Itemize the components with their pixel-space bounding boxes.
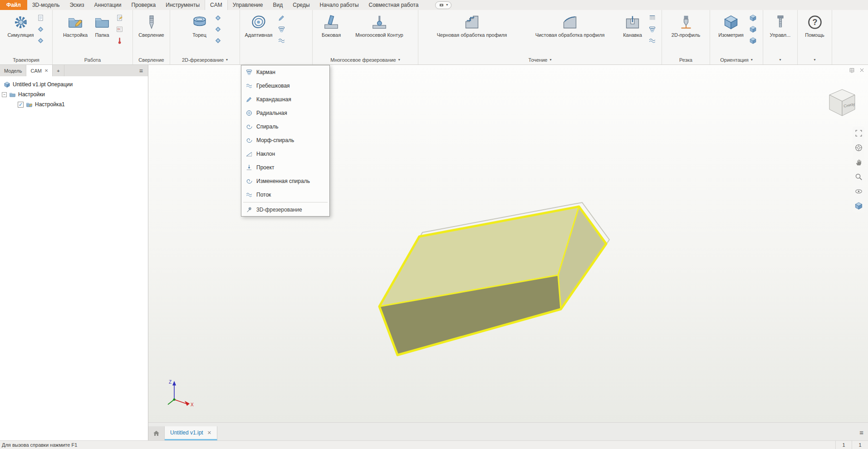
panel-label-manage[interactable]: ▾ [763,55,797,64]
simulate-button[interactable]: Симуляция [6,13,35,39]
screen-capture-button[interactable]: ▾ [435,1,451,9]
nc-program-button[interactable] [114,24,124,34]
panel-label-turning[interactable]: Точение▾ [418,55,662,64]
probe-geometry-button[interactable] [36,35,46,45]
document-tab-active[interactable]: Untitled v1.ipt ✕ [165,426,217,440]
menu-tab-sketch[interactable]: Эскиз [64,0,89,10]
menu-tab-environments[interactable]: Среды [288,0,314,10]
tree-root-node[interactable]: Untitled v1.ipt Операции [0,79,148,89]
panel-label-3d-milling-collapsed[interactable] [240,55,312,64]
panel-label-multiaxis[interactable]: Многоосевое фрезерование▾ [313,55,418,64]
view-cube[interactable]: Снизу [824,86,860,122]
horizontal-milling-button[interactable] [276,24,286,34]
menu-tab-get-started[interactable]: Начало работы [315,0,364,10]
probe-button[interactable] [36,24,46,34]
view-top-button[interactable] [748,13,758,23]
menu-item-morphed-spiral[interactable]: Морф-спираль [241,133,329,147]
tree-settings-node[interactable]: − Настройки [0,89,148,99]
turning-finish-button[interactable]: Чистовая обработка профиля [521,13,618,39]
waves-icon [648,37,656,44]
menu-tab-3d-model[interactable]: 3D-модель [27,0,65,10]
zoom-icon[interactable] [854,173,863,181]
profile-2d-button[interactable]: 2D-профиль [667,13,706,39]
groove-button[interactable]: Канавка [618,13,647,39]
menu-item-modified-spiral[interactable]: Измененная спираль [241,174,329,188]
turning-part-button[interactable] [647,24,657,34]
panel-label-orientation[interactable]: Ориентация▾ [710,55,763,64]
menu-tab-annotations[interactable]: Аннотации [89,0,127,10]
panel-manage: Управл... ▾ [763,10,798,64]
viewport-corner-controls [849,67,865,73]
isometric-button[interactable]: Изометрия [715,13,747,39]
zoom-fit-icon[interactable] [854,129,863,138]
split-view-icon[interactable] [849,67,855,73]
tree-setup1-node[interactable]: ✓ Настройка1 [0,99,148,109]
simulate-gear-icon [13,14,29,30]
menu-tab-view[interactable]: Вид [268,0,288,10]
pattern-button[interactable] [114,13,124,23]
adaptive-button[interactable]: Адаптивная [241,13,276,39]
isometric-cube-icon [723,14,739,30]
pencil-milling-button[interactable] [276,13,286,23]
home-tab-button[interactable] [148,426,165,440]
menu-item-radial[interactable]: Радиальная [241,106,329,120]
folder-icon [9,91,16,98]
panel-label-3d-milling[interactable]: 3D-фрезерование [241,203,329,216]
steering-wheel-icon[interactable] [854,143,863,152]
pan-icon[interactable] [854,158,863,167]
adaptive-clearing-icon [250,14,267,30]
menu-tab-manage[interactable]: Управление [228,0,268,10]
menu-item-ramp[interactable]: Наклон [241,147,329,161]
ribbon-empty-space [832,10,868,64]
close-icon[interactable]: ✕ [207,430,211,436]
menu-item-flow[interactable]: Поток [241,188,329,202]
menu-tab-collaborate[interactable]: Совместная работа [364,0,424,10]
cam-browser-tree: Untitled v1.ipt Операции − Настройки ✓ Н… [0,76,148,109]
multiaxis-contour-button[interactable]: Многоосевой Контур [345,13,413,39]
folder-button[interactable]: Папка [90,13,114,39]
setup1-checkbox[interactable]: ✓ [18,102,24,108]
orbit-cube-icon[interactable] [854,202,863,210]
drill-button[interactable]: Сверление [136,13,167,39]
file-menu-button[interactable]: Файл [0,0,27,10]
3d-milling-flyout-menu: Карман Гребешковая Карандашная Радиальна… [241,65,330,217]
browser-tab-model[interactable]: Модель [0,65,26,76]
document-tab-menu-button[interactable]: ≡ [859,429,863,436]
chevron-down-icon: ▾ [751,58,753,62]
help-button[interactable]: Помощь [801,13,829,39]
menu-tab-tools[interactable]: Инструменты [161,0,205,10]
turning-secondary-button[interactable] [647,35,657,45]
menu-item-pocket[interactable]: Карман [241,65,329,79]
view-side-button[interactable] [748,35,758,45]
panel-label-help[interactable]: ▾ [798,55,832,64]
turning-rough-button[interactable]: Черновая обработка профиля [422,13,521,39]
origin-triad: Z X [168,380,194,407]
collapse-icon[interactable]: − [2,92,7,97]
close-viewport-icon[interactable] [859,67,865,73]
2d-contour-button[interactable] [213,24,223,34]
manage-button[interactable]: Управл... [766,13,795,39]
menu-item-pencil[interactable]: Карандашная [241,93,329,106]
2d-adaptive-button[interactable] [213,35,223,45]
face-button[interactable]: Торец [186,13,213,39]
close-icon[interactable]: ✕ [44,68,48,73]
menu-item-spiral[interactable]: Спираль [241,120,329,133]
turning-thread-button[interactable] [647,13,657,23]
menu-tab-inspect[interactable]: Проверка [127,0,161,10]
2d-pocket-button[interactable] [213,13,223,23]
parallel-milling-button[interactable] [276,35,286,45]
toolpath-report-button[interactable] [36,13,46,23]
swarf-button[interactable]: Боковая [317,13,345,39]
panel-label-2d-milling[interactable]: 2D-фрезерование▾ [170,55,240,64]
look-at-icon[interactable] [854,187,863,196]
manual-nc-button[interactable] [114,35,124,45]
panel-label-trajectory: Траектория [0,55,52,64]
menu-item-scallop[interactable]: Гребешковая [241,79,329,93]
view-front-button[interactable] [748,24,758,34]
menu-tab-cam[interactable]: CAM [205,0,228,10]
setup-button[interactable]: Настройка [60,13,90,39]
browser-tab-add[interactable]: + [53,65,64,76]
browser-tab-cam[interactable]: CAM ✕ [26,65,53,76]
browser-menu-button[interactable]: ≡ [134,65,148,76]
menu-item-project[interactable]: Проект [241,161,329,174]
